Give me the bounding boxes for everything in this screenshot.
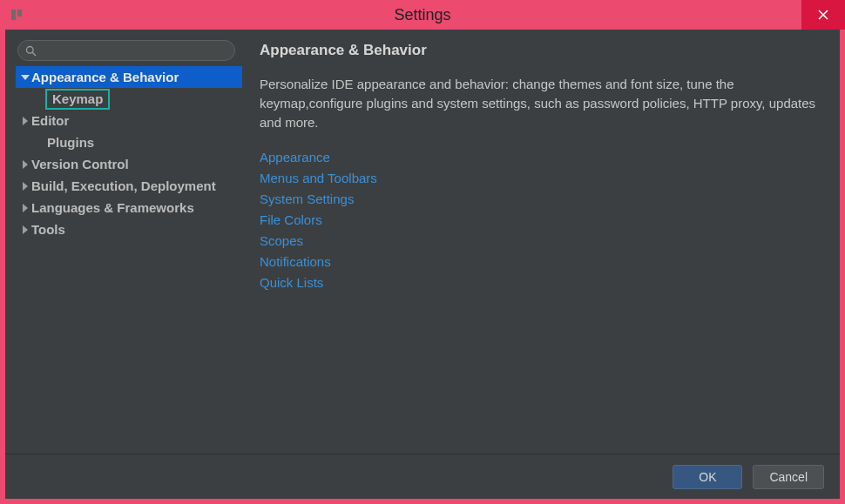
page-description: Personalize IDE appearance and behavior:… xyxy=(260,75,817,132)
app-icon xyxy=(9,7,24,23)
main-panel: Appearance & Behavior Personalize IDE ap… xyxy=(242,38,829,454)
svg-rect-0 xyxy=(11,10,16,20)
page-title: Appearance & Behavior xyxy=(260,42,821,59)
tree-item-build-execution-deployment[interactable]: Build, Execution, Deployment xyxy=(16,175,242,197)
close-button[interactable] xyxy=(801,0,845,30)
link-quick-lists[interactable]: Quick Lists xyxy=(260,273,821,292)
tree-item-version-control[interactable]: Version Control xyxy=(16,153,242,175)
svg-point-2 xyxy=(27,46,34,53)
link-notifications[interactable]: Notifications xyxy=(260,252,821,272)
expand-arrow-icon[interactable] xyxy=(19,117,31,125)
dialog-content: Appearance & BehaviorKeymapEditorPlugins… xyxy=(5,30,840,454)
ok-button[interactable]: OK xyxy=(673,465,742,489)
expand-arrow-icon[interactable] xyxy=(19,75,31,80)
subpage-links: AppearanceMenus and ToolbarsSystem Setti… xyxy=(260,148,821,292)
tree-item-label: Plugins xyxy=(47,132,94,153)
tree-item-label: Version Control xyxy=(31,154,129,175)
settings-dialog: Appearance & BehaviorKeymapEditorPlugins… xyxy=(5,30,840,499)
tree-item-label: Editor xyxy=(31,111,69,131)
search-field[interactable] xyxy=(17,40,235,61)
close-icon xyxy=(818,10,828,20)
link-system-settings[interactable]: System Settings xyxy=(260,190,821,209)
tree-item-tools[interactable]: Tools xyxy=(16,218,242,240)
link-appearance[interactable]: Appearance xyxy=(260,148,821,167)
expand-arrow-icon[interactable] xyxy=(19,160,31,169)
link-scopes[interactable]: Scopes xyxy=(260,232,821,251)
window-title: Settings xyxy=(0,6,845,24)
tree-item-appearance-behavior[interactable]: Appearance & Behavior xyxy=(16,66,242,88)
dialog-footer: OK Cancel xyxy=(5,454,840,499)
tree-item-label: Languages & Frameworks xyxy=(31,198,194,218)
settings-tree: Appearance & BehaviorKeymapEditorPlugins… xyxy=(16,66,242,240)
search-icon xyxy=(25,45,37,57)
tree-item-editor[interactable]: Editor xyxy=(16,110,242,131)
search-input[interactable] xyxy=(42,44,227,57)
sidebar: Appearance & BehaviorKeymapEditorPlugins… xyxy=(16,38,242,454)
link-menus-and-toolbars[interactable]: Menus and Toolbars xyxy=(260,169,821,188)
tree-item-label: Build, Execution, Deployment xyxy=(31,176,216,197)
expand-arrow-icon[interactable] xyxy=(19,225,31,234)
svg-rect-1 xyxy=(17,10,22,17)
search-wrap xyxy=(16,38,242,66)
cancel-button[interactable]: Cancel xyxy=(753,465,824,489)
tree-item-plugins[interactable]: Plugins xyxy=(16,131,242,153)
tree-item-label: Keymap xyxy=(45,89,110,110)
tree-item-keymap[interactable]: Keymap xyxy=(16,88,242,110)
tree-item-label: Appearance & Behavior xyxy=(31,67,179,88)
titlebar: Settings xyxy=(0,0,845,30)
tree-item-label: Tools xyxy=(31,219,65,240)
svg-line-3 xyxy=(32,52,36,56)
link-file-colors[interactable]: File Colors xyxy=(260,211,821,230)
expand-arrow-icon[interactable] xyxy=(19,182,31,191)
expand-arrow-icon[interactable] xyxy=(19,204,31,212)
tree-item-languages-frameworks[interactable]: Languages & Frameworks xyxy=(16,197,242,218)
